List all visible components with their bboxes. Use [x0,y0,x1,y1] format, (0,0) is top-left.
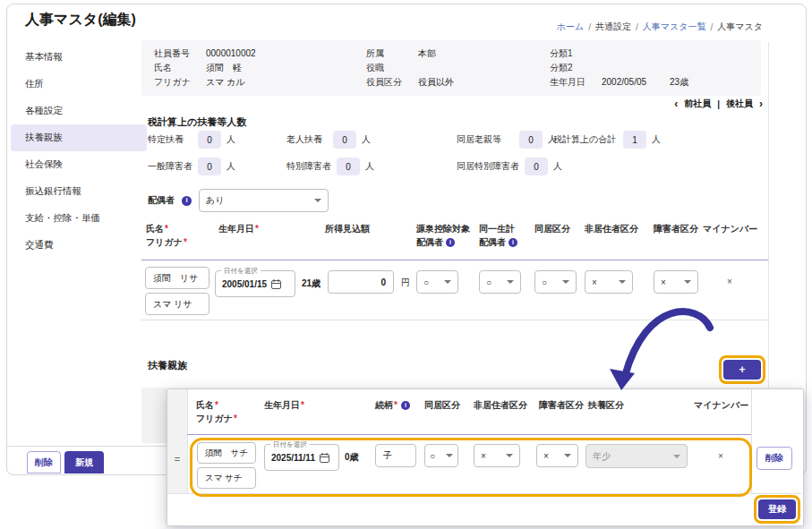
sidebar: 基本情報 住所 各種設定 扶養親族 社会保険 振込銀行情報 支給・控除・単価 交… [11,44,147,259]
spouse-mynumber-value: × [703,277,756,286]
cohabiting-special-disability-count: 0 [525,158,548,175]
dependent-birthdate-picker[interactable]: 日付を選択 2025/11/11 [264,444,339,471]
select-value: × [661,277,666,287]
breadcrumb-hr-master-list[interactable]: 人事マスタ一覧 [643,21,706,33]
register-button-highlight: 登録 [754,495,800,524]
spouse-select[interactable]: あり [199,189,329,212]
col-header-relation: 続柄* i [375,398,410,412]
dependent-name-input[interactable] [197,442,256,464]
tax-field-elderly-dependent: 老人扶養 0 人 [286,131,371,149]
col-header-disability: 障害者区分 [539,398,584,412]
employee-pager: ‹ 前社員 | 後社員 › [674,98,763,110]
sidebar-item-commuting[interactable]: 交通費 [11,232,147,259]
emp-age-value: 23歳 [670,75,688,90]
dependents-edit-panel: 氏名* フリガナ* 生年月日* 続柄* i 同居区分 非居住者区分 障害者区分 … [167,388,804,526]
drag-handle[interactable]: = [167,454,187,465]
unit-label: 人 [362,133,371,146]
row-select-gutter [167,389,188,493]
delete-row-button[interactable]: 削除 [756,447,792,470]
delete-employee-button[interactable]: 削除 [27,451,61,474]
sidebar-item-bank-transfer[interactable]: 振込銀行情報 [11,178,147,205]
sidebar-item-address[interactable]: 住所 [11,71,147,98]
emp-kana-value: スマ カル [206,75,245,90]
chevron-right-icon[interactable]: › [759,98,763,110]
spouse-select-value: あり [206,194,224,207]
sidebar-item-dependents[interactable]: 扶養親族 [11,124,147,151]
spouse-income-input[interactable] [328,270,394,294]
col-header-withholding-spouse: 源泉控除対象 配偶者i [416,222,470,249]
info-icon[interactable]: i [182,196,192,206]
col-header-income: 所得見込額 [325,222,370,235]
col-header-nonresident: 非居住者区分 [474,398,527,412]
spouse-withholding-select[interactable]: ○ [416,270,458,294]
breadcrumb-separator: / [588,22,591,32]
spouse-birthdate-picker[interactable]: 日付を選択 2005/01/15 [215,270,295,297]
field-label: 特定扶養 [148,133,192,146]
emp-kana-label: フリガナ [154,75,206,90]
table-header-divider [141,260,768,260]
emp-dept-label: 所属 [366,47,418,61]
tax-total-count: 1 [623,131,646,149]
elderly-dependent-count: 0 [333,131,356,149]
dependent-cohabit-select[interactable]: ○ [424,444,458,467]
info-icon[interactable]: i [509,238,517,247]
col-header-mynumber: マイナンバー [694,398,748,412]
add-dependent-button[interactable]: + [723,360,761,380]
sidebar-item-payment-deduction[interactable]: 支給・控除・単価 [11,205,147,232]
col-header-name-kana: 氏名* フリガナ* [196,398,237,425]
sidebar-item-social-insurance[interactable]: 社会保険 [11,151,147,178]
select-value: ○ [486,277,491,287]
prev-employee-link[interactable]: 前社員 [684,98,711,110]
select-value: ○ [430,451,435,461]
employee-summary-col2: 所属本部 役職 役員区分役員以外 [366,47,550,90]
col-header-disability: 障害者区分 [654,222,698,235]
tax-field-cohabiting-special-disability: 同居特別障害者 0 人 [457,158,562,175]
dependent-relation-input[interactable] [375,444,416,467]
employee-summary-col1: 社員番号0000010002 氏名須間 軽 フリガナスマ カル [154,47,366,90]
unit-label: 人 [365,160,374,173]
field-label: 税計算上の合計 [553,133,618,146]
new-employee-button[interactable]: 新規 [64,451,104,474]
action-column-divider [751,389,752,493]
pager-separator: | [717,99,720,109]
field-label: 特別障害者 [286,160,331,173]
special-disability-count: 0 [337,158,360,175]
spouse-disability-select[interactable]: × [654,270,698,294]
cohabiting-elderly-count: 0 [519,131,543,149]
unit-label: 人 [652,133,661,146]
sidebar-item-basic-info[interactable]: 基本情報 [11,44,147,71]
dependent-nonresident-select[interactable]: × [474,444,520,467]
info-icon[interactable]: i [446,238,455,247]
sidebar-item-settings[interactable]: 各種設定 [11,98,147,124]
info-icon[interactable]: i [401,401,410,410]
dependent-disability-select[interactable]: × [536,444,578,467]
spouse-label: 配偶者 [148,194,175,207]
emp-officer-label: 役員区分 [366,75,418,90]
field-label: 同居老親等 [457,133,514,146]
spouse-livelihood-select[interactable]: ○ [479,270,521,294]
register-button[interactable]: 登録 [758,499,796,519]
emp-post-label: 役職 [366,61,418,75]
spouse-kana-input[interactable] [145,293,209,315]
next-employee-link[interactable]: 後社員 [726,98,753,110]
table-header-divider [187,434,751,435]
chevron-down-icon [564,454,571,457]
col-header-same-livelihood-spouse: 同一生計 配偶者i [479,222,517,249]
spouse-name-input[interactable] [145,267,209,289]
dependent-kana-input[interactable] [197,467,256,489]
field-label: 同居特別障害者 [457,160,519,173]
spouse-nonresident-select[interactable]: × [585,270,633,294]
emp-class1-label: 分類1 [550,47,602,61]
unit-label: 人 [227,160,235,173]
select-value: × [543,451,549,461]
breadcrumb-home[interactable]: ホーム [557,21,584,33]
col-header-birthdate: 生年月日* [218,222,259,235]
add-button-highlight: + [719,355,765,384]
chevron-left-icon[interactable]: ‹ [674,98,678,110]
tax-field-special-disability: 特別障害者 0 人 [286,158,374,175]
calendar-icon[interactable] [320,453,329,463]
field-label: 一般障害者 [148,160,192,173]
page-title: 人事マスタ(編集) [25,11,136,30]
spouse-cohabit-select[interactable]: ○ [534,270,577,294]
calendar-icon[interactable] [271,279,281,289]
